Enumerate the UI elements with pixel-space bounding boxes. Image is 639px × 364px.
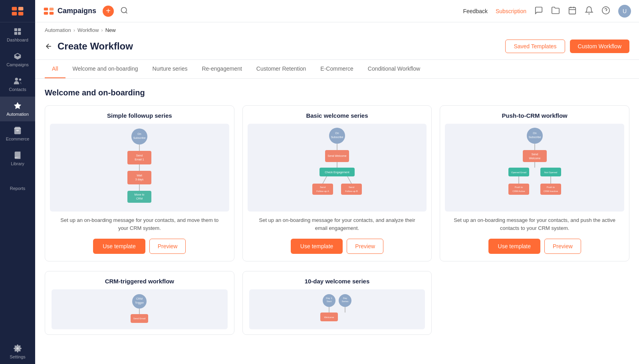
sidebar-item-ecommerce[interactable]: Ecommerce: [0, 121, 35, 146]
breadcrumb-current: New: [105, 27, 116, 33]
template-card-crm-triggered: CRM-triggered workflow CRM Trigger Send …: [45, 271, 234, 335]
preview-button-basic[interactable]: Preview: [347, 239, 383, 254]
card-preview-crm: On Subscribe Send Welcome: [445, 124, 624, 212]
card-title: Simple followup series: [45, 106, 234, 119]
sidebar-item-library[interactable]: Library: [0, 146, 35, 171]
svg-text:CRM Inactive: CRM Inactive: [544, 190, 558, 192]
svg-text:Send Welcome: Send Welcome: [327, 154, 346, 157]
svg-text:Send: Send: [349, 186, 354, 188]
page-title: Create Workflow: [58, 41, 133, 52]
topnav: Campaigns + Feedback Subscription U: [35, 0, 639, 22]
svg-text:CRM Active: CRM Active: [512, 190, 525, 192]
svg-text:Send: Send: [136, 154, 143, 157]
svg-rect-0: [12, 7, 17, 10]
svg-text:Send: Send: [531, 153, 538, 156]
add-button[interactable]: +: [103, 6, 114, 17]
workflow-tabs: All Welcome and on-boarding Nurture seri…: [35, 60, 639, 79]
svg-point-8: [15, 78, 18, 81]
svg-line-50: [347, 176, 351, 184]
svg-rect-1: [12, 12, 17, 15]
sidebar-item-dashboard[interactable]: Dashboard: [0, 22, 35, 47]
svg-rect-54: [341, 184, 362, 195]
preview-button-crm[interactable]: Preview: [544, 239, 581, 254]
svg-rect-2: [18, 7, 24, 10]
tab-retention[interactable]: Customer Retention: [249, 60, 314, 78]
svg-text:Welcome: Welcome: [529, 157, 540, 160]
use-template-button-basic[interactable]: Use template: [291, 239, 343, 254]
breadcrumb: Automation › Workflow › New: [35, 22, 639, 36]
calendar-icon[interactable]: [568, 6, 577, 16]
svg-text:CRM: CRM: [136, 297, 143, 300]
svg-point-9: [19, 79, 21, 81]
breadcrumb-workflow[interactable]: Workflow: [77, 27, 99, 33]
svg-text:Follow-up B: Follow-up B: [345, 190, 358, 192]
tab-ecommerce[interactable]: E-Commerce: [313, 60, 360, 78]
use-template-button-crm[interactable]: Use template: [488, 239, 540, 254]
svg-text:Subscribe: Subscribe: [331, 136, 343, 138]
preview-button-simple[interactable]: Preview: [149, 239, 186, 254]
svg-text:3 days: 3 days: [135, 178, 144, 181]
svg-rect-14: [50, 8, 54, 10]
main-content: Campaigns + Feedback Subscription U: [35, 0, 639, 364]
card-actions: Use template Preview: [243, 239, 432, 261]
svg-rect-51: [312, 184, 333, 195]
brand: Campaigns: [43, 6, 96, 17]
card-title-10day: 10-day welcome series: [249, 278, 425, 285]
svg-rect-18: [569, 7, 576, 14]
help-icon[interactable]: [601, 6, 610, 16]
search-icon[interactable]: [120, 6, 128, 16]
svg-text:Series: Series: [341, 300, 348, 303]
avatar[interactable]: U: [618, 5, 631, 18]
back-button[interactable]: [45, 42, 53, 50]
card-description: Set up an on-boarding message for your c…: [243, 216, 432, 239]
messages-icon[interactable]: [534, 6, 543, 16]
svg-rect-3: [18, 12, 24, 15]
svg-rect-13: [44, 12, 48, 14]
svg-text:On: On: [138, 133, 141, 135]
content-area: Automation › Workflow › New Create Workf…: [35, 22, 639, 364]
tab-all[interactable]: All: [45, 60, 65, 78]
sidebar: Dashboard Campaigns Contacts Automation …: [0, 0, 35, 364]
svg-text:Welcome: Welcome: [324, 316, 335, 318]
svg-text:Start: Start: [327, 300, 332, 303]
svg-text:Send Email: Send Email: [133, 317, 146, 320]
subscription-link[interactable]: Subscription: [496, 8, 526, 14]
tab-nurture[interactable]: Nurture series: [145, 60, 195, 78]
card-partial-preview: CRM Trigger Send Email: [52, 289, 228, 329]
section-welcome: Welcome and on-boarding Simple followup …: [35, 79, 639, 335]
svg-rect-61: [523, 150, 547, 162]
tab-welcome[interactable]: Welcome and on-boarding: [65, 60, 145, 78]
bottom-cards-row: CRM-triggered workflow CRM Trigger Send …: [45, 271, 629, 335]
card-description: Set up an on-boarding message for your c…: [45, 216, 234, 239]
svg-text:Check Engagement: Check Engagement: [325, 171, 349, 174]
svg-line-49: [323, 176, 327, 184]
card-partial-preview-10day: Day 1 Start Day Series Welcome: [249, 289, 425, 329]
svg-rect-29: [127, 151, 151, 164]
svg-text:Move to: Move to: [135, 193, 145, 196]
breadcrumb-automation[interactable]: Automation: [45, 27, 71, 33]
folder-icon[interactable]: [551, 6, 560, 16]
bell-icon[interactable]: [585, 6, 593, 16]
custom-workflow-button[interactable]: Custom Workflow: [570, 40, 629, 53]
sidebar-logo: [0, 0, 35, 22]
sidebar-item-settings[interactable]: Settings: [0, 339, 35, 364]
sidebar-item-campaigns[interactable]: Campaigns: [0, 47, 35, 72]
svg-text:Send: Send: [320, 186, 325, 188]
svg-rect-74: [540, 184, 561, 195]
card-actions: Use template Preview: [440, 239, 629, 261]
tab-conditional[interactable]: Conditional Workflow: [361, 60, 427, 78]
card-preview-simple: On Subscribe Send Email 1: [50, 124, 229, 212]
sidebar-item-automation[interactable]: Automation: [0, 97, 35, 121]
saved-templates-button[interactable]: Saved Templates: [505, 40, 565, 53]
feedback-link[interactable]: Feedback: [463, 8, 487, 14]
card-title-crm-triggered: CRM-triggered workflow: [52, 278, 228, 285]
sidebar-item-reports[interactable]: Reports: [0, 171, 35, 196]
use-template-button-simple[interactable]: Use template: [93, 239, 145, 254]
svg-text:CRM: CRM: [136, 197, 143, 200]
svg-rect-12: [44, 8, 48, 10]
svg-point-16: [121, 7, 127, 12]
sidebar-item-contacts[interactable]: Contacts: [0, 72, 35, 97]
card-description: Set up an on-boarding message for your c…: [440, 216, 629, 239]
svg-text:Wait: Wait: [137, 174, 142, 177]
tab-reengagement[interactable]: Re-engagement: [194, 60, 249, 78]
